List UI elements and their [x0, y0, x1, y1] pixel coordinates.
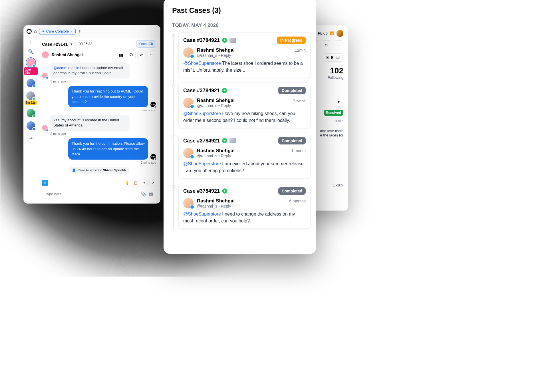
window-topbar: ⌂ ♥ Care Console × +	[24, 25, 160, 37]
case-status-badge: Completed	[278, 137, 306, 144]
star-icon: ★	[222, 88, 227, 93]
author-handle[interactable]: @rashmi_s • Reply	[197, 103, 306, 108]
panel-title: Past Cases (3)	[172, 6, 311, 15]
case-status-badge: In Progress	[277, 37, 306, 44]
star-icon: ★	[222, 188, 227, 194]
message-time: 2 mins ago	[42, 161, 156, 164]
contact-avatar[interactable]	[42, 51, 49, 58]
more-icon[interactable]: ⋯	[334, 40, 343, 50]
case-timer: 00:05:32	[75, 41, 96, 47]
author-name: Rashmi Shehgal	[197, 198, 235, 204]
case-thumbnail	[229, 138, 236, 143]
case-preview-text: @ShoeSuperstore I need to change the add…	[183, 211, 306, 224]
case-age: 1 month	[291, 148, 306, 153]
app-logo-icon[interactable]	[27, 29, 32, 34]
conversation-avatar[interactable]	[27, 79, 35, 87]
resolved-time: 13 min	[333, 119, 343, 123]
timer-badge: 10m 32s	[24, 67, 38, 75]
message-in: @acme_mobile I need to update my email a…	[50, 63, 130, 79]
message-out: Thank you for the confirmation. Please a…	[68, 138, 148, 160]
timer-badge: 5m 32s	[25, 100, 37, 105]
chat-scroll[interactable]: @acme_mobile I need to update my email a…	[38, 61, 160, 177]
chat-window: ⌂ ♥ Care Console × + › 🔍 10m 32s 5m 32s …	[23, 25, 160, 204]
author-name: Rashmi Shehgal	[197, 98, 235, 103]
template-icon[interactable]: ▤	[149, 191, 153, 197]
sender-avatar	[42, 125, 48, 131]
person-icon: 👤	[72, 168, 76, 172]
video-icon[interactable]: ▮▮	[117, 51, 125, 59]
case-age: 6 months	[289, 199, 306, 203]
case-age: 1 week	[293, 98, 306, 103]
chevron-right-icon[interactable]: ›	[30, 40, 31, 45]
refresh-icon[interactable]: ⟳	[322, 40, 331, 50]
phone-icon[interactable]: ✆	[127, 51, 136, 59]
close-tab-icon[interactable]: ×	[70, 29, 73, 33]
message-time: 2 mins ago	[51, 132, 156, 135]
agent-avatar: ACME	[150, 154, 156, 160]
author-handle[interactable]: @rashmi_s • Reply	[197, 204, 306, 208]
sender-avatar	[42, 73, 48, 79]
case-preview-text: @ShoeSuperstore I am excited about your …	[183, 160, 306, 174]
author-handle[interactable]: @rashmi_s • Reply	[197, 53, 306, 58]
conversation-avatar[interactable]	[27, 121, 35, 130]
past-case-card[interactable]: Case #3784921★CompletedRashmi Shehgal1 w…	[178, 83, 311, 128]
past-case-card[interactable]: Case #3784921★CompletedRashmi Shehgal6 m…	[178, 183, 311, 229]
case-status-badge: Completed	[278, 187, 306, 195]
message-in: Yes, my account is located in the United…	[50, 115, 130, 131]
agent-avatar: ACME	[150, 102, 156, 107]
author-avatar	[183, 98, 194, 108]
case-preview-text: @ShoeSuperstore The latest shoe I ordere…	[183, 60, 306, 74]
author-handle[interactable]: @rashmi_s • Reply	[197, 154, 306, 158]
care-console-tab[interactable]: ♥ Care Console ×	[39, 28, 76, 35]
resolved-badge: Resolved	[324, 110, 343, 116]
omni-channel-button[interactable]: Omni-Ch	[136, 40, 156, 48]
add-tab-button[interactable]: +	[78, 28, 81, 35]
timeline-dot-icon	[172, 185, 175, 188]
leaf-icon[interactable]: ✦	[141, 180, 148, 186]
expand-icon[interactable]: ⤢	[149, 180, 156, 186]
more-icon[interactable]: ⋯	[148, 51, 156, 59]
assignment-notice: 👤 Case Assigned to Shivan Sprinklr	[42, 167, 156, 174]
filter-icon[interactable]: ▾	[334, 97, 343, 106]
conversation-avatar-active[interactable]	[27, 58, 35, 67]
twitter-icon[interactable]: 𝕏	[42, 180, 48, 186]
more-conversations[interactable]: +4	[27, 134, 35, 142]
conversation-avatar[interactable]	[26, 91, 35, 100]
star-icon: ★	[222, 138, 227, 143]
panel-date: TODAY, MAY 4 2020	[172, 23, 311, 28]
network-label: PBK 3	[318, 31, 328, 35]
attachment-icon[interactable]: 📎	[141, 191, 146, 197]
star-icon: ★	[222, 38, 227, 43]
timeline-dot-icon	[172, 85, 175, 87]
past-case-card[interactable]: Case #3784921★In ProgressRashmi Shehgal1…	[178, 32, 311, 78]
case-title: Case #23141	[42, 42, 68, 47]
compose-box[interactable]: 📎 ▤	[42, 189, 156, 199]
timeline-dot-icon	[172, 135, 175, 138]
case-preview-text: @ShoeSuperstore I love my new hiking sho…	[183, 110, 306, 124]
user-avatar[interactable]	[337, 30, 343, 37]
search-icon[interactable]: 🔍	[28, 49, 34, 54]
case-status-badge: Completed	[278, 87, 306, 94]
home-icon[interactable]: ⌂	[34, 29, 37, 34]
author-name: Rashmi Shehgal	[197, 47, 235, 53]
email-button[interactable]: ✉ Email	[323, 53, 343, 62]
case-id: Case #3784921	[183, 37, 220, 43]
note-icon[interactable]: 📋	[132, 180, 139, 186]
wifi-icon: 📶	[330, 31, 334, 35]
author-name: Rashmi Shehgal	[197, 148, 235, 154]
case-age: 12min	[295, 48, 306, 53]
case-id: Case #3784921	[183, 188, 220, 194]
refresh-icon[interactable]: ⟳	[137, 51, 146, 59]
chevron-down-icon[interactable]: ▾	[70, 42, 72, 46]
heart-icon: ♥	[42, 29, 45, 33]
contact-name: Rashmi Shehgal	[52, 53, 83, 57]
case-id: Case #3784921	[183, 88, 220, 94]
message-out: Thank you for reaching out to ACME. Coul…	[68, 86, 148, 107]
conversation-avatar[interactable]	[27, 109, 35, 117]
bulb-icon[interactable]: 💡	[124, 180, 130, 186]
case-thumbnail	[229, 38, 236, 43]
tab-label: Care Console	[46, 29, 69, 33]
conversation-sidebar: › 🔍 10m 32s 5m 32s +4	[24, 25, 38, 203]
past-case-card[interactable]: Case #3784921★CompletedRashmi Shehgal1 m…	[178, 133, 311, 178]
compose-input[interactable]	[45, 192, 138, 196]
